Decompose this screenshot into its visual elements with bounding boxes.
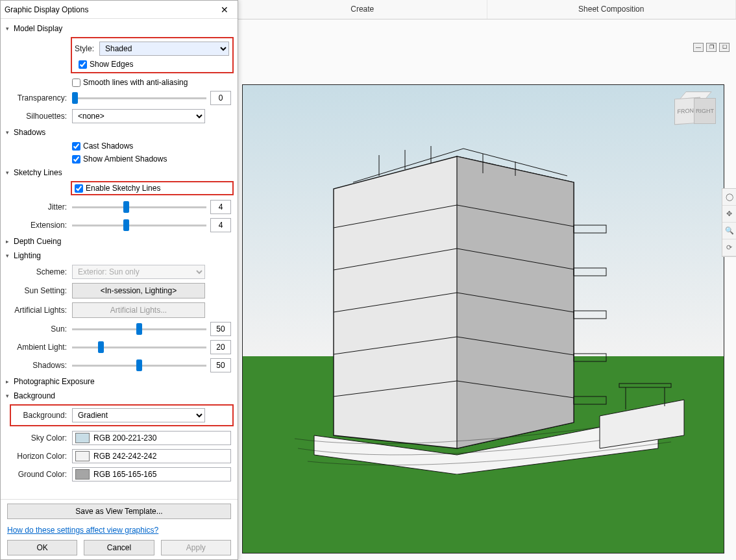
jitter-input[interactable]: [210, 200, 231, 214]
building-render: [295, 111, 697, 474]
restore-view-icon[interactable]: ❐: [706, 43, 717, 52]
ambient-light-input[interactable]: [210, 340, 231, 354]
view-cube[interactable]: FRONT RIGHT: [674, 93, 716, 129]
chevron-down-icon: ▾: [6, 169, 14, 176]
background-select[interactable]: Gradient: [72, 408, 205, 422]
horizon-color-value: RGB 242-242-242: [93, 452, 156, 461]
cancel-button[interactable]: Cancel: [84, 540, 154, 555]
model-canvas[interactable]: FRONT RIGHT: [242, 84, 724, 554]
nav-zoom-icon[interactable]: 🔍: [722, 223, 736, 239]
jitter-slider[interactable]: [72, 206, 206, 208]
ground-color-button[interactable]: RGB 165-165-165: [72, 467, 231, 481]
extension-input[interactable]: [210, 218, 231, 232]
sun-setting-label: Sun Setting:: [1, 286, 72, 295]
transparency-input[interactable]: [210, 91, 231, 105]
section-shadows[interactable]: ▾ Shadows: [1, 125, 238, 140]
chevron-down-icon: ▾: [6, 252, 14, 259]
sky-color-value: RGB 200-221-230: [93, 433, 156, 443]
sky-color-label: Sky Color:: [1, 433, 72, 443]
ground-color-swatch: [75, 469, 90, 480]
background-label: Background:: [15, 411, 72, 420]
enable-sketchy-label: Enable Sketchy Lines: [86, 184, 160, 193]
show-edges-checkbox[interactable]: Show Edges: [79, 60, 133, 69]
section-title: Lighting: [14, 251, 41, 260]
nav-orbit-icon[interactable]: ⟳: [722, 239, 736, 256]
silhouettes-select[interactable]: <none>: [72, 109, 205, 123]
section-title: Depth Cueing: [14, 237, 61, 246]
artificial-lights-button: Artificial Lights...: [72, 302, 205, 318]
section-title: Background: [14, 391, 55, 400]
view-window-controls: — ❐ ☐: [693, 43, 730, 52]
section-model-display[interactable]: ▾ Model Display: [1, 21, 238, 36]
chevron-down-icon: ▾: [6, 25, 14, 32]
lighting-shadows-input[interactable]: [210, 358, 231, 372]
cast-shadows-checkbox[interactable]: Cast Shadows: [72, 141, 133, 151]
section-depth-cueing[interactable]: ▸ Depth Cueing: [1, 234, 238, 249]
section-lighting[interactable]: ▾ Lighting: [1, 249, 238, 263]
horizon-color-button[interactable]: RGB 242-242-242: [72, 449, 231, 463]
smooth-lines-checkbox[interactable]: Smooth lines with anti-aliasing: [72, 78, 188, 87]
apply-button[interactable]: Apply: [161, 540, 231, 555]
tab-create[interactable]: Create: [238, 0, 487, 19]
nav-pan-icon[interactable]: ✥: [722, 206, 736, 223]
style-select[interactable]: Shaded: [99, 42, 229, 56]
style-label: Style:: [75, 44, 99, 53]
ambient-light-slider[interactable]: [72, 347, 206, 348]
show-edges-label: Show Edges: [90, 60, 133, 69]
transparency-slider[interactable]: [72, 97, 206, 99]
minimize-view-icon[interactable]: —: [693, 43, 704, 52]
sun-slider[interactable]: [72, 328, 206, 330]
dialog-title-text: Graphic Display Options: [5, 5, 215, 14]
section-sketchy-lines[interactable]: ▾ Sketchy Lines: [1, 165, 238, 180]
extension-slider[interactable]: [72, 225, 206, 226]
horizon-color-label: Horizon Color:: [1, 452, 72, 461]
lighting-shadows-slider[interactable]: [72, 365, 206, 367]
dialog-titlebar: Graphic Display Options ✕: [1, 1, 238, 19]
cast-shadows-label: Cast Shadows: [83, 141, 133, 151]
maximize-view-icon[interactable]: ☐: [719, 43, 730, 52]
nav-wheel-icon[interactable]: ◯: [722, 189, 736, 206]
graphic-display-options-dialog: Graphic Display Options ✕ ▾ Model Displa…: [0, 0, 238, 560]
tab-sheet-composition[interactable]: Sheet Composition: [487, 0, 737, 19]
navigation-bar: ◯ ✥ 🔍 ⟳: [722, 188, 736, 257]
chevron-down-icon: ▾: [6, 393, 14, 399]
section-title: Sketchy Lines: [14, 168, 62, 177]
enable-sketchy-checkbox[interactable]: Enable Sketchy Lines: [75, 184, 230, 193]
ambient-shadows-checkbox[interactable]: Show Ambient Shadows: [72, 154, 167, 164]
svg-rect-15: [574, 354, 606, 361]
svg-rect-16: [574, 396, 606, 404]
lighting-shadows-label: Shadows:: [1, 361, 72, 370]
ground-color-label: Ground Color:: [1, 470, 72, 479]
svg-rect-24: [619, 383, 671, 387]
section-photographic-exposure[interactable]: ▸ Photographic Exposure: [1, 374, 238, 389]
ambient-shadows-label: Show Ambient Shadows: [83, 154, 167, 164]
section-title: Photographic Exposure: [14, 377, 95, 386]
close-icon[interactable]: ✕: [215, 5, 234, 15]
svg-rect-12: [574, 225, 606, 233]
dialog-body: ▾ Model Display Style: Shaded Show Edges: [1, 19, 238, 499]
sun-setting-button[interactable]: <In-session, Lighting>: [72, 283, 205, 298]
ok-button[interactable]: OK: [7, 540, 77, 555]
sun-input[interactable]: [210, 322, 231, 336]
jitter-label: Jitter:: [1, 202, 72, 212]
help-link[interactable]: How do these settings affect view graphi…: [7, 526, 231, 535]
sky-color-button[interactable]: RGB 200-221-230: [72, 431, 231, 445]
horizon-color-swatch: [75, 451, 90, 461]
chevron-down-icon: ▾: [6, 129, 14, 136]
smooth-lines-label: Smooth lines with anti-aliasing: [83, 78, 188, 87]
sketchy-highlight: Enable Sketchy Lines: [71, 181, 234, 195]
section-background[interactable]: ▾ Background: [1, 389, 238, 403]
chevron-right-icon: ▸: [6, 378, 14, 385]
svg-rect-13: [574, 268, 606, 276]
extension-label: Extension:: [1, 221, 72, 230]
background-highlight: Background: Gradient: [10, 404, 234, 426]
chevron-right-icon: ▸: [6, 238, 14, 245]
transparency-label: Transparency:: [1, 93, 72, 103]
view-cube-right[interactable]: RIGHT: [694, 98, 716, 124]
style-highlight: Style: Shaded Show Edges: [71, 37, 234, 73]
sky-color-swatch: [75, 433, 90, 443]
ground-color-value: RGB 165-165-165: [93, 470, 156, 479]
section-title: Shadows: [14, 128, 45, 137]
save-as-view-template-button[interactable]: Save as View Template...: [7, 504, 231, 519]
section-title: Model Display: [14, 24, 62, 33]
